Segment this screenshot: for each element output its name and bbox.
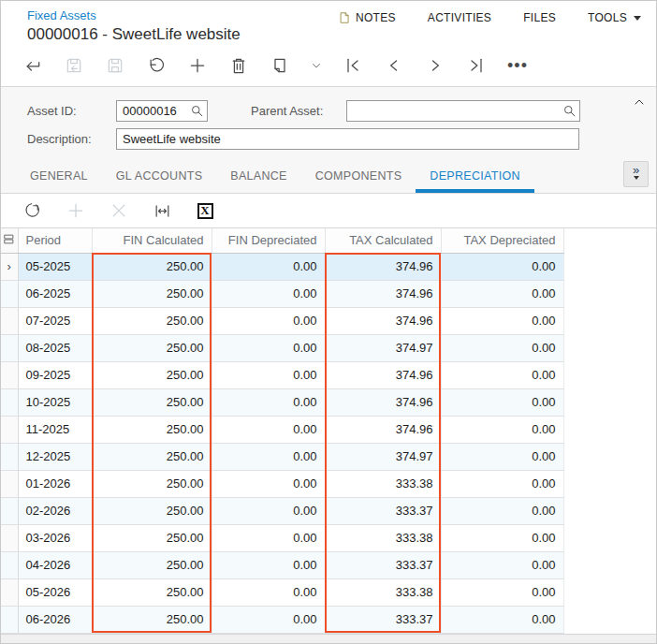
cell-tax-depreciated[interactable]: 0.00 (441, 416, 563, 443)
clipboard-button[interactable] (263, 51, 297, 80)
cell-period[interactable]: 09-2025 (18, 361, 92, 388)
cell-tax-depreciated[interactable]: 0.00 (441, 253, 563, 280)
cell-fin-calculated[interactable]: 250.00 (92, 334, 212, 361)
cell-tax-depreciated[interactable]: 0.00 (441, 497, 563, 524)
cell-period[interactable]: 06-2026 (18, 606, 92, 633)
row-selector-cell[interactable] (1, 578, 18, 606)
cell-fin-depreciated[interactable]: 0.00 (212, 334, 325, 361)
table-row[interactable]: 02-2026250.000.00333.370.00 (1, 497, 657, 524)
tab-balance[interactable]: BALANCE (216, 161, 300, 193)
cell-fin-calculated[interactable]: 250.00 (92, 497, 212, 524)
tab-overflow-button[interactable]: » (623, 161, 649, 187)
cell-period[interactable]: 12-2025 (18, 443, 92, 470)
cell-tax-depreciated[interactable]: 0.00 (441, 606, 563, 633)
insert-button[interactable] (181, 51, 214, 80)
refresh-button[interactable] (16, 196, 50, 226)
description-field[interactable] (116, 128, 579, 150)
cell-tax-calculated[interactable]: 333.38 (325, 578, 441, 606)
cell-fin-calculated[interactable]: 250.00 (92, 361, 212, 388)
magnifier-icon[interactable] (190, 104, 204, 118)
tab-gl-accounts[interactable]: GL ACCOUNTS (102, 161, 216, 193)
table-row[interactable]: 07-2025250.000.00374.960.00 (1, 307, 657, 334)
cell-tax-calculated[interactable]: 333.37 (325, 551, 441, 578)
fit-to-screen-button[interactable] (145, 196, 179, 226)
tab-general[interactable]: GENERAL (16, 161, 102, 193)
cell-fin-depreciated[interactable]: 0.00 (212, 497, 325, 524)
cell-tax-depreciated[interactable]: 0.00 (441, 551, 563, 578)
magnifier-icon[interactable] (562, 104, 577, 118)
cell-period[interactable]: 04-2026 (18, 551, 92, 578)
cell-tax-calculated[interactable]: 374.97 (325, 334, 441, 361)
export-excel-button[interactable]: X (188, 196, 222, 226)
cell-fin-depreciated[interactable]: 0.00 (212, 253, 325, 280)
cell-tax-calculated[interactable]: 374.96 (325, 280, 441, 307)
table-row[interactable]: 05-2026250.000.00333.380.00 (1, 578, 657, 606)
cell-tax-calculated[interactable]: 374.97 (325, 443, 441, 470)
cell-period[interactable]: 06-2025 (18, 280, 92, 307)
cell-period[interactable]: 03-2026 (18, 524, 92, 551)
cell-tax-calculated[interactable]: 374.96 (325, 388, 441, 416)
delete-row-button[interactable] (102, 196, 136, 226)
table-row[interactable]: 08-2025250.000.00374.970.00 (1, 334, 657, 361)
table-row[interactable]: 03-2026250.000.00333.380.00 (1, 524, 657, 551)
cell-tax-calculated[interactable]: 374.96 (325, 307, 441, 334)
save-close-button[interactable] (57, 51, 91, 80)
cell-fin-calculated[interactable]: 250.00 (92, 307, 212, 334)
row-selector-cell[interactable] (1, 334, 18, 361)
cell-fin-calculated[interactable]: 250.00 (92, 470, 212, 497)
row-selector-cell[interactable] (1, 361, 18, 388)
table-row[interactable]: 04-2026250.000.00333.370.00 (1, 551, 657, 578)
cell-fin-depreciated[interactable]: 0.00 (212, 416, 325, 443)
cell-period[interactable]: 08-2025 (18, 334, 92, 361)
table-row[interactable]: 09-2025250.000.00374.960.00 (1, 361, 657, 388)
column-header-tax-depreciated[interactable]: TAX Depreciated (441, 228, 563, 253)
column-header-period[interactable]: Period (18, 228, 92, 253)
cell-fin-depreciated[interactable]: 0.00 (212, 606, 325, 633)
table-row[interactable]: 01-2026250.000.00333.380.00 (1, 470, 657, 497)
parent-asset-field[interactable] (346, 100, 580, 122)
cell-fin-calculated[interactable]: 250.00 (92, 578, 212, 606)
cell-tax-depreciated[interactable]: 0.00 (441, 334, 563, 361)
cell-period[interactable]: 05-2025 (18, 253, 92, 280)
tab-components[interactable]: COMPONENTS (301, 161, 416, 193)
back-button[interactable] (16, 51, 50, 80)
table-row[interactable]: 06-2025250.000.00374.960.00 (1, 280, 657, 307)
cell-tax-depreciated[interactable]: 0.00 (441, 388, 563, 416)
tab-depreciation[interactable]: DEPRECIATION (416, 161, 533, 193)
column-header-tax-calculated[interactable]: TAX Calculated (325, 228, 441, 253)
cell-period[interactable]: 07-2025 (18, 307, 92, 334)
go-last-button[interactable] (460, 51, 493, 80)
go-first-button[interactable] (336, 51, 370, 80)
row-selector-cell[interactable] (1, 497, 18, 524)
cell-period[interactable]: 01-2026 (18, 470, 92, 497)
cell-tax-depreciated[interactable]: 0.00 (441, 307, 563, 334)
cell-period[interactable]: 11-2025 (18, 416, 92, 443)
cell-fin-depreciated[interactable]: 0.00 (212, 388, 325, 416)
cell-tax-depreciated[interactable]: 0.00 (441, 361, 563, 388)
cell-fin-depreciated[interactable]: 0.00 (212, 443, 325, 470)
menu-item-activities[interactable]: ACTIVITIES (428, 11, 491, 24)
delete-button[interactable] (222, 51, 256, 80)
cell-fin-calculated[interactable]: 250.00 (92, 280, 212, 307)
cell-tax-depreciated[interactable]: 0.00 (441, 470, 563, 497)
cell-tax-calculated[interactable]: 374.96 (325, 361, 441, 388)
table-row[interactable]: 10-2025250.000.00374.960.00 (1, 388, 657, 416)
table-row[interactable]: 12-2025250.000.00374.970.00 (1, 443, 657, 470)
cell-tax-calculated[interactable]: 333.37 (325, 606, 441, 633)
row-selector-cell[interactable] (1, 388, 18, 416)
clipboard-dropdown-button[interactable] (304, 51, 328, 80)
horizontal-scrollbar[interactable] (1, 634, 656, 644)
cell-tax-depreciated[interactable]: 0.00 (441, 280, 563, 307)
cell-fin-calculated[interactable]: 250.00 (92, 443, 212, 470)
cell-fin-calculated[interactable]: 250.00 (92, 253, 212, 280)
menu-item-files[interactable]: FILES (523, 11, 556, 24)
column-header-fin-depreciated[interactable]: FIN Depreciated (212, 228, 325, 253)
cell-fin-depreciated[interactable]: 0.00 (212, 280, 325, 307)
table-row[interactable]: ›05-2025250.000.00374.960.00 (1, 253, 657, 280)
cell-fin-calculated[interactable]: 250.00 (92, 388, 212, 416)
add-row-button[interactable] (59, 196, 93, 226)
row-selector-cell[interactable] (1, 443, 18, 470)
cell-fin-depreciated[interactable]: 0.00 (212, 470, 325, 497)
cell-period[interactable]: 05-2026 (18, 578, 92, 606)
cell-tax-calculated[interactable]: 374.96 (325, 253, 441, 280)
